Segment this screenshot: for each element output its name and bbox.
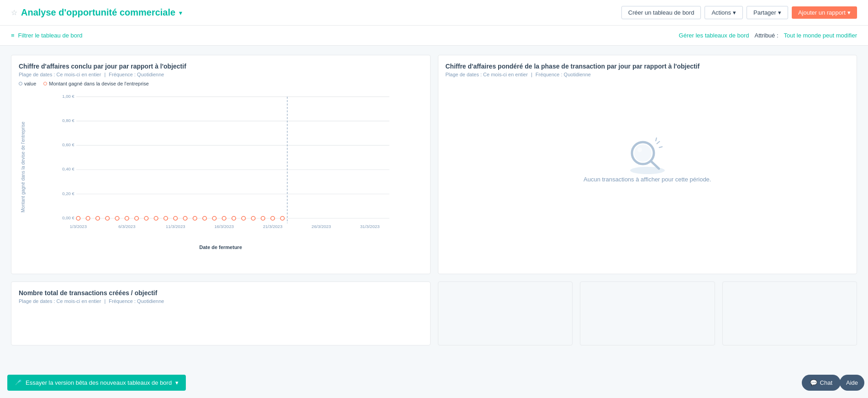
svg-point-24 — [183, 217, 187, 221]
svg-text:1/3/2023: 1/3/2023 — [70, 224, 87, 229]
svg-text:0,40 €: 0,40 € — [62, 166, 74, 171]
svg-text:0,80 €: 0,80 € — [62, 118, 74, 123]
svg-point-20 — [144, 217, 148, 221]
svg-point-46 — [637, 148, 642, 152]
svg-point-14 — [86, 217, 90, 221]
top-bar: ☆ Analyse d'opportunité commerciale ▾ Cr… — [0, 0, 868, 26]
svg-text:21/3/2023: 21/3/2023 — [263, 224, 283, 229]
chart2-empty-state: Aucun transactions à afficher pour cette… — [446, 81, 850, 236]
svg-text:6/3/2023: 6/3/2023 — [118, 224, 135, 229]
chart2-date: Plage de dates : Ce mois-ci en entier — [446, 72, 528, 77]
creer-tableau-button[interactable]: Créer un tableau de bord — [621, 6, 701, 19]
actions-chevron-icon: ▾ — [733, 9, 736, 16]
page-title: Analyse d'opportunité commerciale — [21, 7, 175, 18]
filter-right: Gérer les tableaux de bord Attribué : To… — [679, 32, 857, 39]
chart1-x-label: Date de fermeture — [19, 244, 423, 250]
svg-text:11/3/2023: 11/3/2023 — [166, 224, 185, 229]
bottom-left-card: Nombre total de transactions créées / ob… — [11, 281, 431, 345]
placeholder-1 — [438, 281, 573, 345]
star-icon[interactable]: ☆ — [11, 8, 17, 17]
chart2-empty-message: Aucun transactions à afficher pour cette… — [584, 176, 711, 183]
svg-point-16 — [105, 217, 110, 221]
svg-point-25 — [193, 217, 197, 221]
svg-point-27 — [212, 217, 216, 221]
svg-point-32 — [261, 217, 265, 221]
chart2-subtitle: Plage de dates : Ce mois-ci en entier | … — [446, 72, 850, 77]
svg-line-48 — [659, 147, 663, 148]
svg-text:31/3/2023: 31/3/2023 — [360, 224, 380, 229]
placeholder-2 — [580, 281, 715, 345]
svg-point-23 — [174, 217, 178, 221]
svg-line-47 — [657, 141, 660, 144]
bottom-card-subtitle: Plage de dates : Ce mois-ci en entier | … — [19, 298, 423, 304]
legend-item-value: value — [19, 81, 36, 86]
title-chevron-icon[interactable]: ▾ — [179, 9, 182, 16]
svg-point-26 — [203, 217, 207, 221]
svg-point-34 — [280, 217, 284, 221]
svg-text:16/3/2023: 16/3/2023 — [214, 224, 234, 229]
placeholder-3 — [722, 281, 857, 345]
chart2-card: Chiffre d'affaires pondéré de la phase d… — [438, 55, 857, 274]
partager-button[interactable]: Partager ▾ — [747, 6, 788, 19]
svg-text:0,60 €: 0,60 € — [62, 142, 74, 147]
chart1-y-label: Montant gagné dans la devise de l'entrep… — [19, 92, 26, 243]
svg-point-18 — [125, 217, 129, 221]
svg-line-49 — [656, 138, 657, 141]
chart1-legend: value Montant gagné dans la devise de l'… — [19, 81, 423, 86]
svg-point-30 — [242, 217, 246, 221]
svg-point-33 — [271, 217, 275, 221]
svg-text:26/3/2023: 26/3/2023 — [311, 224, 331, 229]
manage-tableaux-link[interactable]: Gérer les tableaux de bord — [679, 32, 749, 39]
svg-point-31 — [251, 217, 255, 221]
ajouter-rapport-button[interactable]: Ajouter un rapport ▾ — [792, 6, 857, 19]
legend-item-montant: Montant gagné dans la devise de l'entrep… — [43, 81, 149, 86]
legend-dot-value — [19, 82, 22, 85]
svg-point-19 — [135, 217, 139, 221]
svg-text:0,00 €: 0,00 € — [62, 215, 74, 220]
chart1-title: Chiffre d'affaires conclu par jour par r… — [19, 63, 423, 70]
empty-state-icon — [622, 135, 673, 176]
partager-chevron-icon: ▾ — [778, 9, 781, 16]
bottom-card-title: Nombre total de transactions créées / ob… — [19, 289, 423, 297]
svg-point-15 — [96, 217, 100, 221]
svg-point-17 — [115, 217, 119, 221]
top-bar-right: Créer un tableau de bord Actions ▾ Parta… — [621, 6, 857, 19]
svg-text:1,00 €: 1,00 € — [62, 94, 74, 99]
attrib-value[interactable]: Tout le monde peut modifier — [784, 32, 857, 39]
filter-bar: ≡ Filtrer le tableau de bord Gérer les t… — [0, 26, 868, 46]
bottom-date: Plage de dates : Ce mois-ci en entier — [19, 298, 101, 304]
main-content: Chiffre d'affaires conclu par jour par r… — [0, 46, 868, 355]
legend-label-montant: Montant gagné dans la devise de l'entrep… — [49, 81, 149, 86]
svg-point-22 — [164, 217, 168, 221]
chart1-subtitle: Plage de dates : Ce mois-ci en entier | … — [19, 72, 423, 77]
filter-left[interactable]: ≡ Filtrer le tableau de bord — [11, 32, 83, 39]
top-bar-left: ☆ Analyse d'opportunité commerciale ▾ — [11, 7, 182, 18]
filter-label: Filtrer le tableau de bord — [18, 32, 83, 39]
chart1-freq: Fréquence : Quotidienne — [109, 72, 164, 77]
legend-label-value: value — [24, 81, 36, 86]
chart2-freq: Fréquence : Quotidienne — [536, 72, 591, 77]
svg-point-13 — [76, 217, 80, 221]
ajouter-chevron-icon: ▾ — [847, 9, 851, 16]
bottom-freq: Fréquence : Quotidienne — [109, 298, 164, 304]
svg-point-44 — [634, 144, 652, 162]
bottom-row: Nombre total de transactions créées / ob… — [11, 281, 857, 345]
actions-button[interactable]: Actions ▾ — [705, 6, 743, 19]
chart1-date: Plage de dates : Ce mois-ci en entier — [19, 72, 101, 77]
attrib-label: Attribué : — [755, 32, 779, 39]
chart2-title: Chiffre d'affaires pondéré de la phase d… — [446, 63, 850, 70]
svg-point-29 — [232, 217, 236, 221]
svg-point-28 — [222, 217, 226, 221]
filter-icon: ≡ — [11, 32, 15, 39]
bottom-right-group — [438, 281, 857, 345]
chart1-card: Chiffre d'affaires conclu par jour par r… — [11, 55, 431, 274]
svg-text:0,20 €: 0,20 € — [62, 191, 74, 196]
legend-dot-montant — [43, 82, 47, 85]
svg-point-21 — [154, 217, 158, 221]
chart1-svg: 1,00 € 0,80 € 0,60 € 0,40 € 0,20 € 0,00 … — [26, 92, 423, 243]
